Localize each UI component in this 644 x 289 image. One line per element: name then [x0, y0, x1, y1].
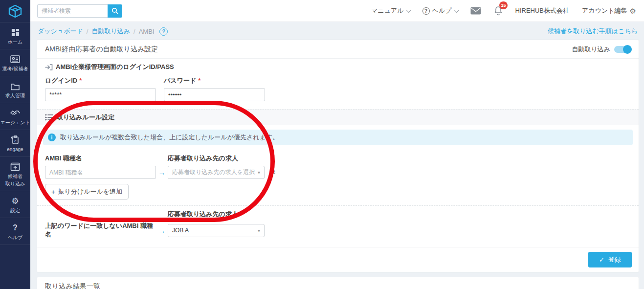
rules-section-title: 取り込みルール設定 — [57, 113, 114, 122]
password-input[interactable] — [164, 88, 265, 101]
app-window: ホーム 選考/候補者 求人管理 エージェント — [0, 0, 644, 289]
breadcrumb-dashboard[interactable]: ダッシュボード — [38, 27, 83, 36]
chevron-down-icon — [406, 8, 411, 13]
results-title: 取り込み結果一覧 — [37, 277, 639, 289]
search-button[interactable] — [108, 4, 122, 18]
required-mark: * — [240, 210, 243, 218]
plus-icon: + — [51, 188, 55, 196]
check-icon: ✓ — [599, 256, 604, 264]
account-edit-button[interactable]: アカウント編集 ⚙ — [582, 6, 636, 15]
caret-down-icon: ▾ — [258, 170, 260, 175]
chevron-down-icon — [454, 8, 459, 13]
toggle-knob — [623, 45, 632, 54]
folder-icon — [10, 81, 20, 91]
top-header: マニュアル ? ヘルプ 15 HIREHUB株式会社 — [30, 0, 644, 22]
import-icon — [10, 161, 20, 172]
sidebar-item-label: 求人管理 — [5, 93, 25, 99]
info-icon: i — [48, 133, 56, 141]
manual-label: マニュアル — [371, 6, 404, 15]
sidebar-item-home[interactable]: ホーム — [0, 22, 30, 49]
submit-row: ✓ 登録 — [37, 247, 639, 272]
fallback-job-select[interactable]: JOB A ▾ — [168, 224, 265, 237]
caret-down-icon: ▾ — [258, 228, 260, 233]
import-guide-link[interactable]: 候補者を取り込む手順はこちら — [548, 27, 638, 36]
notification-badge: 15 — [499, 1, 507, 9]
company-menu[interactable]: HIREHUB株式会社 — [515, 6, 570, 15]
home-grid-icon — [11, 27, 20, 38]
help-label: ヘルプ — [432, 6, 452, 15]
breadcrumb-auto-import[interactable]: 自動取り込み — [91, 27, 130, 36]
list-icon — [45, 113, 53, 121]
sidebar-item-agent[interactable]: エージェント — [0, 103, 30, 130]
breadcrumb-separator: / — [87, 28, 89, 35]
gear-icon: ⚙ — [11, 196, 19, 206]
header-right: マニュアル ? ヘルプ 15 HIREHUB株式会社 — [371, 6, 636, 16]
handshake-icon — [10, 108, 21, 118]
login-id-group: ログインID* — [45, 76, 156, 101]
svg-text:e: e — [14, 139, 17, 143]
gear-icon: ⚙ — [630, 7, 636, 15]
envelope-icon — [470, 7, 481, 15]
breadcrumb-current: AMBI — [139, 28, 155, 35]
sidebar-item-engage[interactable]: e engage — [0, 130, 30, 157]
sidebar-item-label: エージェント — [0, 120, 30, 126]
sidebar-item-label: 取り込み — [5, 181, 25, 187]
sign-in-icon — [45, 64, 53, 71]
sidebar: ホーム 選考/候補者 求人管理 エージェント — [0, 0, 30, 289]
candidate-search-input[interactable] — [37, 4, 108, 18]
candidate-search — [37, 4, 122, 18]
sidebar-item-label: 選考/候補者 — [2, 66, 28, 72]
engage-icon: e — [11, 134, 20, 145]
info-banner: i 取り込みルールが複数合致した場合、上に設定したルールが優先されます。 — [43, 130, 633, 145]
sidebar-item-help[interactable]: ? ヘルプ — [0, 218, 30, 245]
question-circle-icon: ? — [422, 7, 430, 15]
card-title-row: AMBI経由応募者の自動取り込み設定 自動取り込み — [37, 40, 639, 59]
sidebar-item-label: 候補者 — [8, 174, 22, 179]
messages-button[interactable] — [470, 7, 481, 15]
login-section: AMBI企業様管理画面のログインID/PASS ログインID* パスワード* — [37, 59, 639, 109]
target-job-select[interactable]: 応募者取り込み先の求人を選択 ▾ — [168, 166, 265, 179]
main-area: マニュアル ? ヘルプ 15 HIREHUB株式会社 — [30, 0, 644, 289]
add-rule-label: 振り分けルールを追加 — [58, 187, 123, 196]
company-name: HIREHUB株式会社 — [515, 6, 570, 15]
sidebar-item-settings[interactable]: ⚙ 設定 — [0, 191, 30, 218]
add-rule-button[interactable]: + 振り分けルールを追加 — [45, 184, 129, 200]
rules-section-header: 取り込みルール設定 — [37, 109, 639, 125]
fallback-rule-row: 上記のワードに一致しないAMBI 職種名 → JOB A ▾ — [45, 222, 631, 239]
login-section-title: AMBI企業様管理画面のログインID/PASS — [56, 63, 174, 71]
target-job-label: 応募者取り込み先の求人 — [168, 154, 265, 163]
sidebar-item-jobs[interactable]: 求人管理 — [0, 76, 30, 103]
page-help-icon[interactable]: ? — [159, 27, 168, 36]
login-id-input[interactable] — [45, 88, 156, 101]
rule-editor: AMBI 職種名 応募者取り込み先の求人 → 応募者取り込み先の求人を選択 ▾ — [37, 150, 639, 205]
password-group: パスワード* — [164, 76, 265, 101]
fallback-job-value: JOB A — [172, 227, 189, 234]
required-mark: * — [79, 77, 82, 84]
account-edit-label: アカウント編集 — [582, 6, 627, 15]
login-id-label: ログインID* — [45, 76, 156, 85]
id-card-icon — [10, 54, 20, 65]
fallback-label: 上記のワードに一致しないAMBI 職種名 — [45, 222, 156, 239]
auto-import-toggle[interactable] — [614, 46, 631, 53]
login-section-header: AMBI企業様管理画面のログインID/PASS — [45, 63, 631, 71]
remove-rule-button[interactable]: ✖ — [270, 169, 276, 176]
question-icon: ? — [13, 222, 18, 233]
breadcrumb-row: ダッシュボード / 自動取り込み / AMBI ? 候補者を取り込む手順はこちら — [37, 22, 639, 40]
sidebar-item-label: 設定 — [10, 208, 20, 214]
fallback-target-label: 応募者取り込み先の求人* — [168, 210, 631, 219]
logo-cube-icon — [8, 4, 22, 18]
manual-menu[interactable]: マニュアル — [371, 6, 410, 15]
notifications-button[interactable]: 15 — [494, 6, 503, 16]
sidebar-nav: ホーム 選考/候補者 求人管理 エージェント — [0, 22, 30, 245]
help-menu[interactable]: ? ヘルプ — [422, 6, 458, 15]
sidebar-item-candidates[interactable]: 選考/候補者 — [0, 49, 30, 76]
job-name-input[interactable] — [45, 166, 156, 179]
submit-button[interactable]: ✓ 登録 — [588, 252, 632, 267]
breadcrumb: ダッシュボード / 自動取り込み / AMBI ? — [38, 27, 168, 36]
sidebar-item-label: ヘルプ — [8, 235, 23, 241]
results-card: 取り込み結果一覧 全131件中1〜100件を表示 失敗のみを表示 « 1 2 » — [37, 277, 639, 289]
app-logo[interactable] — [0, 0, 30, 22]
rule-labels-row: AMBI 職種名 応募者取り込み先の求人 — [45, 154, 631, 163]
sidebar-item-candidate-import[interactable]: 候補者 取り込み — [0, 157, 30, 191]
submit-label: 登録 — [608, 255, 621, 264]
